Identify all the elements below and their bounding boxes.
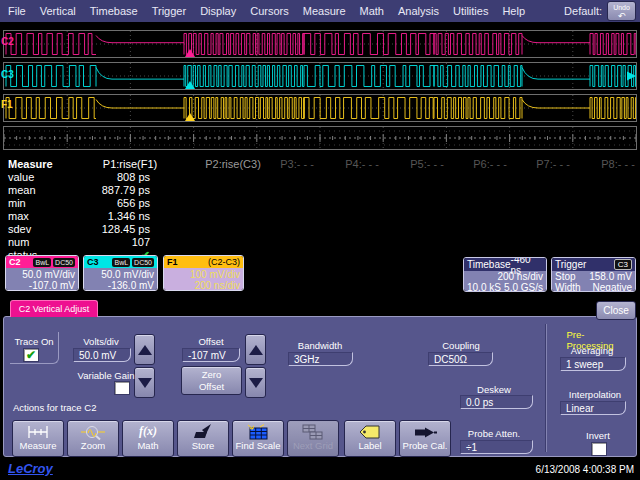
coupling-field[interactable]: DC50Ω (428, 352, 493, 366)
interpolation-field[interactable]: Linear (560, 401, 626, 415)
invert-checkbox[interactable] (591, 442, 607, 456)
offset-field[interactable]: -107 mV (182, 348, 240, 362)
measure-param-header-p6[interactable]: P6:- - - (473, 158, 507, 170)
trace-on-checkbox[interactable]: ✔ (23, 348, 39, 362)
find-scale-icon (233, 421, 283, 440)
label-action-button[interactable]: Label (344, 420, 396, 457)
f1-vdiv: 100 mV/div (167, 269, 240, 280)
grid-strip-c3 (3, 62, 637, 90)
measure-p1-value: 656 ps (55, 197, 150, 210)
down-arrow-icon (249, 378, 263, 388)
next-grid-action-button[interactable]: Next Grid (287, 420, 339, 457)
measure-param-header-p5[interactable]: P5:- - - (410, 158, 444, 170)
tab-c2-vertical-adjust[interactable]: C2 Vertical Adjust (10, 300, 98, 317)
waveform-c3 (4, 63, 636, 89)
menu-item-utilities[interactable]: Utilities (453, 5, 488, 17)
descriptor-f1[interactable]: F1 (C2-C3) 100 mV/div 200 ns/div (163, 255, 244, 291)
descriptor-c2-name: C2 (9, 257, 21, 267)
measure-p1-values: 808 ps887.79 ps656 ps1.346 ns128.45 ps10… (55, 171, 150, 262)
waveform-c2 (4, 31, 636, 57)
menu-bar: FileVerticalTimebaseTriggerDisplayCursor… (0, 0, 640, 22)
volts-down-button[interactable] (134, 367, 155, 398)
menu-item-cursors[interactable]: Cursors (250, 5, 289, 17)
c2-offset: -107.0 mV (9, 280, 75, 291)
waveform-f1 (4, 95, 636, 121)
c3-vdiv: 50.0 mV/div (87, 269, 154, 280)
timebase-scale: 200 ns/div (467, 271, 543, 282)
probe-cal-action-button[interactable]: Probe Cal. (399, 420, 451, 457)
measure-row-label: max (8, 210, 37, 223)
probe-atten-field[interactable]: ÷1 (460, 440, 533, 454)
measure-param-header-p4[interactable]: P4:- - - (345, 158, 379, 170)
bandwidth-field[interactable]: 3GHz (288, 352, 353, 366)
variable-gain-checkbox[interactable] (114, 381, 130, 395)
bandwidth-label: Bandwidth (298, 340, 342, 351)
channel-label-c2[interactable]: C2 (1, 36, 14, 47)
coupling-label: Coupling (442, 340, 480, 351)
zero-offset-line2: Offset (182, 381, 241, 393)
math-icon: f(x) (123, 421, 173, 440)
measure-row-label: mean (8, 184, 37, 197)
menu-item-display[interactable]: Display (200, 5, 236, 17)
measure-param-header-p8[interactable]: P8:- - - (601, 158, 635, 170)
volts-up-button[interactable] (134, 334, 155, 365)
trigger-box[interactable]: Trigger C3 Stop 158.0 mV Width Negative (551, 257, 636, 292)
descriptor-f1-name: F1 (167, 257, 178, 267)
menu-item-timebase[interactable]: Timebase (90, 5, 138, 17)
measure-p1-value: 887.79 ps (55, 184, 150, 197)
offset-down-button[interactable] (245, 367, 266, 398)
menu-item-math[interactable]: Math (360, 5, 384, 17)
lecroy-logo: LeCroy (8, 461, 53, 476)
oscilloscope-screen: FileVerticalTimebaseTriggerDisplayCursor… (0, 0, 640, 480)
menu-item-trigger[interactable]: Trigger (152, 5, 186, 17)
measure-param-header-p2[interactable]: P2:rise(C3) (205, 158, 261, 170)
measure-param-header-p3[interactable]: P3:- - - (280, 158, 314, 170)
measure-row-labels: valuemeanminmaxsdevnumstatus (8, 171, 37, 262)
averaging-field[interactable]: 1 sweep (560, 357, 626, 371)
default-label: Default: (564, 5, 602, 17)
descriptor-c3-name: C3 (87, 257, 99, 267)
math-action-button[interactable]: f(x) Math (122, 420, 174, 457)
deskew-field[interactable]: 0.0 ps (460, 395, 533, 409)
measure-row-label: num (8, 236, 37, 249)
descriptor-c3[interactable]: C3 BwL DC50 50.0 mV/div -136.0 mV (83, 255, 158, 291)
trigger-slope: Negative (593, 282, 632, 292)
interpolation-label: Interpolation (569, 389, 621, 400)
measure-icon (13, 421, 63, 440)
undo-button-label: Undo (613, 4, 630, 11)
store-action-button[interactable]: Store (177, 420, 229, 457)
status-bar: LeCroy 6/13/2008 4:00:38 PM (0, 458, 640, 480)
menu-item-analysis[interactable]: Analysis (398, 5, 439, 17)
find-scale-action-button[interactable]: Find Scale (232, 420, 284, 457)
channel-label-c3[interactable]: C3 (1, 69, 14, 80)
grid-strip-f1 (3, 94, 637, 122)
channel-label-f1[interactable]: F1 (1, 99, 13, 110)
measure-p1-value: 1.346 ns (55, 210, 150, 223)
measure-action-button[interactable]: Measure (12, 420, 64, 457)
zero-offset-button[interactable]: Zero Offset (181, 366, 242, 395)
offset-up-button[interactable] (245, 334, 266, 365)
offset-label: Offset (198, 336, 223, 347)
menu-item-measure[interactable]: Measure (303, 5, 346, 17)
measure-p1-value: 808 ps (55, 171, 150, 184)
c2-vdiv: 50.0 mV/div (9, 269, 75, 280)
menu-item-help[interactable]: Help (502, 5, 525, 17)
trigger-source-badge: C3 (614, 259, 632, 270)
probe-atten-label: Probe Atten. (468, 428, 520, 439)
measure-param-header-p1[interactable]: P1:rise(F1) (103, 158, 157, 170)
timebase-samples: 10.0 kS (467, 282, 501, 292)
close-button[interactable]: Close (596, 301, 636, 320)
zoom-action-button[interactable]: Zoom (67, 420, 119, 457)
timebase-box[interactable]: Timebase -460 ns 200 ns/div 10.0 kS 5.0 … (463, 257, 547, 292)
measure-row-label: value (8, 171, 37, 184)
timebase-title: Timebase (467, 259, 511, 270)
volts-div-label: Volts/div (83, 336, 118, 347)
measure-param-header-p7[interactable]: P7:- - - (536, 158, 570, 170)
next-grid-icon (288, 421, 338, 440)
menu-item-file[interactable]: File (8, 5, 26, 17)
f1-tdiv: 200 ns/div (167, 280, 240, 291)
undo-button[interactable]: Undo ↶ (607, 1, 636, 21)
volts-div-field[interactable]: 50.0 mV (73, 348, 131, 362)
descriptor-c2[interactable]: C2 BwL DC50 50.0 mV/div -107.0 mV (5, 255, 79, 291)
menu-item-vertical[interactable]: Vertical (40, 5, 76, 17)
